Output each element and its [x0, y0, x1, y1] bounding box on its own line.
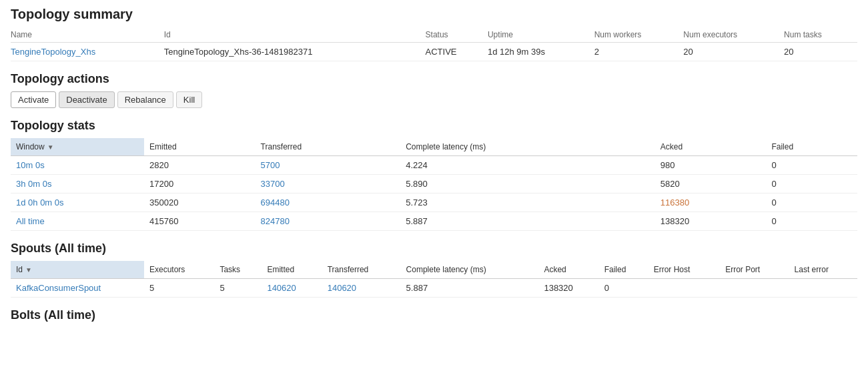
spout-error-host [648, 279, 720, 298]
stats-title: Topology stats [11, 119, 857, 133]
stats-emitted: 415760 [144, 212, 256, 231]
spouts-col-id[interactable]: Id ▼ [11, 261, 144, 279]
stats-col-latency: Complete latency (ms) [400, 138, 655, 156]
spouts-col-error-port: Error Port [720, 261, 789, 279]
summary-col-id: Id [164, 27, 426, 43]
summary-uptime: 1d 12h 9m 39s [488, 43, 594, 61]
stats-failed: 0 [766, 156, 857, 175]
stats-col-emitted: Emitted [144, 138, 256, 156]
spouts-row: KafkaConsumerSpout 5 5 140620 140620 5.8… [11, 279, 857, 298]
stats-failed: 0 [766, 212, 857, 231]
spout-acked: 138320 [538, 279, 598, 298]
stats-latency: 5.890 [400, 175, 655, 193]
summary-col-tasks: Num tasks [784, 27, 857, 43]
spouts-title: Spouts (All time) [11, 242, 857, 256]
stats-window[interactable]: All time [11, 212, 144, 231]
spouts-col-acked: Acked [538, 261, 598, 279]
stats-window[interactable]: 3h 0m 0s [11, 175, 144, 193]
stats-col-failed: Failed [766, 138, 857, 156]
spouts-table: Id ▼ Executors Tasks Emitted Transferred… [11, 261, 857, 298]
summary-col-status: Status [426, 27, 488, 43]
summary-id: TengineTopology_Xhs-36-1481982371 [164, 43, 426, 61]
summary-executors: 20 [683, 43, 784, 61]
spout-last-error [789, 279, 857, 298]
stats-row: 1d 0h 0m 0s 350020 694480 5.723 116380 0 [11, 193, 857, 212]
summary-name[interactable]: TengineTopology_Xhs [11, 43, 164, 61]
stats-failed: 0 [766, 193, 857, 212]
spout-transferred: 140620 [322, 279, 401, 298]
bolts-title: Bolts (All time) [11, 308, 857, 322]
summary-workers: 2 [594, 43, 684, 61]
summary-row: TengineTopology_Xhs TengineTopology_Xhs-… [11, 43, 857, 61]
summary-col-uptime: Uptime [488, 27, 594, 43]
spouts-col-transferred: Transferred [322, 261, 401, 279]
spout-emitted: 140620 [262, 279, 322, 298]
stats-latency: 4.224 [400, 156, 655, 175]
summary-tasks: 20 [784, 43, 857, 61]
spouts-col-tasks: Tasks [214, 261, 262, 279]
spout-failed: 0 [599, 279, 648, 298]
summary-col-name: Name [11, 27, 164, 43]
stats-window[interactable]: 10m 0s [11, 156, 144, 175]
spouts-col-latency: Complete latency (ms) [401, 261, 539, 279]
stats-emitted: 350020 [144, 193, 256, 212]
kill-button[interactable]: Kill [176, 91, 202, 108]
action-buttons-container: Activate Deactivate Rebalance Kill [11, 91, 857, 108]
stats-emitted: 2820 [144, 156, 256, 175]
stats-row: 10m 0s 2820 5700 4.224 980 0 [11, 156, 857, 175]
spout-executors: 5 [144, 279, 214, 298]
stats-latency: 5.887 [400, 212, 655, 231]
stats-acked: 980 [655, 156, 767, 175]
spout-id[interactable]: KafkaConsumerSpout [11, 279, 144, 298]
stats-acked: 116380 [655, 193, 767, 212]
summary-table: Name Id Status Uptime Num workers Num ex… [11, 27, 857, 61]
spouts-col-executors: Executors [144, 261, 214, 279]
stats-failed: 0 [766, 175, 857, 193]
summary-col-executors: Num executors [683, 27, 784, 43]
stats-emitted: 17200 [144, 175, 256, 193]
stats-latency: 5.723 [400, 193, 655, 212]
stats-col-acked: Acked [655, 138, 767, 156]
spout-error-port [720, 279, 789, 298]
spout-tasks: 5 [214, 279, 262, 298]
spouts-col-failed: Failed [599, 261, 648, 279]
deactivate-button[interactable]: Deactivate [59, 91, 114, 108]
rebalance-button[interactable]: Rebalance [117, 91, 173, 108]
stats-row: All time 415760 824780 5.887 138320 0 [11, 212, 857, 231]
page-title: Topology summary [11, 7, 857, 22]
summary-col-workers: Num workers [594, 27, 684, 43]
spouts-col-error-host: Error Host [648, 261, 720, 279]
stats-window[interactable]: 1d 0h 0m 0s [11, 193, 144, 212]
stats-acked: 5820 [655, 175, 767, 193]
spouts-col-last-error: Last error [789, 261, 857, 279]
actions-title: Topology actions [11, 72, 857, 86]
stats-col-window[interactable]: Window ▼ [11, 138, 144, 156]
stats-table: Window ▼ Emitted Transferred Complete la… [11, 138, 857, 231]
window-dropdown-icon: ▼ [47, 143, 54, 151]
stats-acked: 138320 [655, 212, 767, 231]
stats-transferred: 824780 [256, 212, 401, 231]
stats-transferred: 5700 [256, 156, 401, 175]
activate-button[interactable]: Activate [11, 91, 56, 108]
spout-latency: 5.887 [401, 279, 539, 298]
spouts-col-emitted: Emitted [262, 261, 322, 279]
stats-transferred: 694480 [256, 193, 401, 212]
stats-transferred: 33700 [256, 175, 401, 193]
stats-row: 3h 0m 0s 17200 33700 5.890 5820 0 [11, 175, 857, 193]
summary-status: ACTIVE [426, 43, 488, 61]
stats-col-transferred: Transferred [256, 138, 401, 156]
spout-id-dropdown-icon: ▼ [25, 266, 32, 274]
